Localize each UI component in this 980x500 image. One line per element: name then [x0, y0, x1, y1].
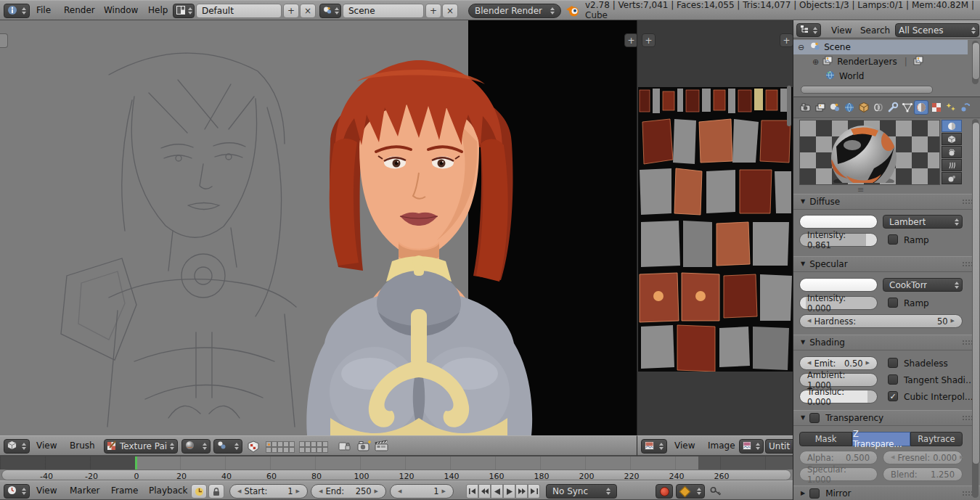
blend-field-disabled[interactable]: Blend: 1.250 [883, 467, 963, 481]
increment-icon[interactable]: ▶ [951, 319, 955, 324]
uv-vertical-scrollbar[interactable] [787, 86, 791, 126]
render-animation-clapper-icon[interactable] [375, 440, 389, 454]
tab-particles-icon[interactable] [944, 101, 957, 114]
layout-name-field[interactable]: Default [196, 4, 282, 18]
jump-to-start-button[interactable] [466, 484, 478, 499]
specular-shader-dropdown[interactable]: CookTorr [883, 278, 963, 292]
tab-modifiers-icon[interactable] [886, 101, 899, 114]
expand-icon[interactable]: ⊕ [812, 58, 819, 66]
increment-icon[interactable]: ▶ [866, 361, 870, 366]
layers-widget[interactable] [266, 441, 328, 453]
editor-type-timeline-button[interactable] [4, 484, 30, 499]
outliner-vertical-scrollbar[interactable] [972, 42, 980, 80]
section-diffuse-header[interactable]: ▼ Diffuse [793, 194, 980, 210]
section-specular-header[interactable]: ▼ Specular [793, 256, 980, 272]
image-browse-button[interactable] [739, 439, 764, 454]
keying-set-dropdown[interactable] [676, 484, 705, 499]
screen-layout-icon-button[interactable] [173, 4, 195, 18]
next-keyframe-button[interactable] [515, 484, 528, 499]
transparency-mode-ztransparency-active[interactable]: Z Transpare… [852, 432, 910, 446]
transparency-mode-raytrace[interactable]: Raytrace [910, 432, 963, 446]
add-layout-button[interactable]: + [283, 4, 299, 18]
decrement-icon[interactable]: ◀ [237, 489, 241, 494]
outliner-horizontal-scrollbar[interactable] [801, 86, 933, 94]
outliner-row-scene[interactable]: ⊖ Scene [793, 40, 968, 54]
specular-color-swatch[interactable] [799, 278, 878, 292]
layer-group-2[interactable] [299, 441, 328, 453]
ambient-slider[interactable]: Ambient: 1.000 [799, 373, 878, 387]
renderlayer-instance-icon[interactable] [913, 56, 923, 67]
menu-view-outliner[interactable]: View [831, 21, 852, 39]
increment-icon[interactable]: ▶ [296, 489, 300, 494]
section-shading-header[interactable]: ▼ Shading [793, 335, 980, 351]
alpha-slider-disabled[interactable]: Alpha: 0.500 [799, 451, 878, 464]
uv-editor-canvas[interactable]: + + [637, 20, 793, 435]
layer-group-1[interactable] [266, 441, 295, 453]
diffuse-shader-dropdown[interactable]: Lambert [883, 215, 963, 229]
tab-texture-icon[interactable] [930, 101, 943, 114]
menu-marker[interactable]: Marker [70, 481, 99, 499]
previous-keyframe-button[interactable] [478, 484, 491, 499]
expand-uv-panel-right-button[interactable]: + [780, 33, 793, 47]
tab-object-icon[interactable] [857, 101, 870, 114]
time-display-toggle-button[interactable] [191, 484, 207, 499]
tab-material-icon-active[interactable] [914, 100, 928, 115]
play-reverse-button[interactable] [491, 484, 503, 499]
tab-world-icon[interactable] [843, 101, 856, 114]
info-editor-button[interactable] [4, 4, 30, 18]
transparency-mode-mask[interactable]: Mask [799, 432, 852, 446]
mirror-enable-checkbox[interactable] [809, 488, 820, 499]
toolshelf-tab[interactable] [0, 33, 8, 48]
collapse-icon[interactable]: ⊖ [798, 44, 804, 52]
decrement-icon[interactable]: ◀ [398, 489, 401, 494]
tab-render-layers-icon[interactable] [814, 101, 827, 114]
end-frame-field[interactable]: ◀ End: 250 ▶ [311, 484, 386, 499]
current-frame-playhead[interactable] [135, 456, 137, 470]
add-scene-button[interactable]: + [425, 4, 441, 18]
menu-help[interactable]: Help [148, 1, 168, 20]
timeline-track[interactable]: -40 -20 0 20 40 60 80 100 120 140 160 18… [0, 456, 793, 480]
scene-name-field[interactable]: Scene [343, 4, 424, 18]
preview-world-sphere-button[interactable] [942, 172, 962, 184]
jump-to-end-button[interactable] [528, 484, 540, 499]
lock-to-object-icon[interactable] [338, 440, 351, 454]
insert-keyframe-key-icon[interactable] [710, 486, 722, 499]
editor-type-outliner-button[interactable] [796, 23, 821, 37]
increment-icon[interactable]: ▶ [442, 489, 446, 494]
menu-image[interactable]: Image [708, 436, 735, 455]
menu-frame[interactable]: Frame [111, 481, 138, 499]
menu-brush[interactable]: Brush [70, 436, 95, 455]
image-name-field[interactable]: Untitle [765, 439, 793, 454]
decrement-icon[interactable]: ◀ [807, 319, 811, 324]
render-still-camera-icon[interactable] [357, 440, 372, 454]
mode-dropdown[interactable]: Texture Paint [104, 439, 178, 454]
translucency-slider[interactable]: Transluc: 0.000 [799, 390, 878, 403]
editor-type-image-button[interactable] [641, 439, 667, 454]
fresnel-field-disabled[interactable]: ◀ Fresnel: 0.000 ▶ [883, 451, 963, 464]
transparency-enable-checkbox[interactable] [809, 413, 820, 423]
transparency-specular-slider-disabled[interactable]: Specular: 1.000 [799, 467, 878, 481]
menu-view-3d[interactable]: View [36, 436, 57, 455]
decrement-icon[interactable]: ◀ [319, 489, 322, 494]
tab-scene-icon[interactable] [828, 101, 841, 114]
preview-hair-button[interactable] [942, 146, 962, 158]
decrement-icon[interactable]: ◀ [807, 361, 811, 366]
menu-playback[interactable]: Playback [149, 481, 188, 499]
layer-1-active[interactable] [266, 441, 271, 447]
delete-scene-button[interactable]: × [442, 4, 458, 18]
tangent-shading-checkbox[interactable] [888, 374, 898, 385]
timeline-ruler-scrollbar[interactable]: -40 -20 0 20 40 60 80 100 120 140 160 18… [1, 470, 791, 480]
menu-view-uv[interactable]: View [674, 436, 695, 455]
emit-field[interactable]: ◀ Emit: 0.50 ▶ [799, 356, 878, 370]
viewport-3d-canvas[interactable]: + [0, 20, 637, 435]
menu-render[interactable]: Render [64, 1, 95, 20]
pivot-point-dropdown[interactable] [213, 439, 242, 454]
tab-physics-icon[interactable] [959, 101, 972, 114]
section-transparency-header[interactable]: ▼ Transparency [793, 410, 980, 426]
scene-icon-button[interactable] [319, 4, 341, 18]
brush-texture-icon[interactable] [247, 440, 260, 455]
current-frame-field[interactable]: ◀ 1 ▶ [390, 484, 454, 499]
render-engine-dropdown[interactable]: Blender Render [468, 4, 561, 18]
start-frame-field[interactable]: ◀ Start: 1 ▶ [229, 484, 308, 499]
expand-uv-panel-left-button[interactable]: + [642, 33, 656, 47]
